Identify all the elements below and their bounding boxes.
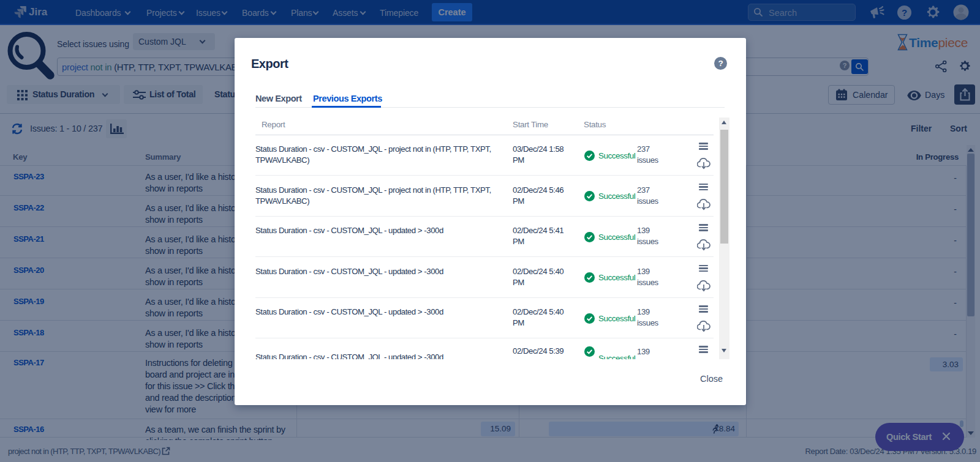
svg-text:?: ? (718, 59, 723, 68)
